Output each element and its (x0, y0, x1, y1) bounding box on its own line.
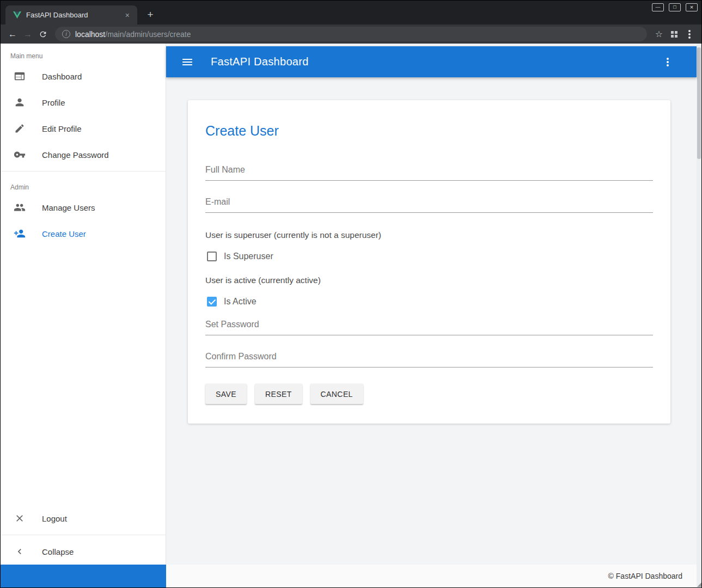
sidebar-item-logout[interactable]: Logout (1, 505, 166, 531)
confirm-password-input[interactable] (205, 352, 653, 367)
chevron-left-icon (14, 546, 26, 558)
email-field (205, 197, 653, 213)
dashboard-icon (14, 70, 26, 82)
copyright-text: © FastAPI Dashboard (608, 572, 682, 580)
sidebar: Main menu Dashboard Profile Edit Profile (1, 44, 166, 587)
superuser-check-row: Is Superuser (205, 252, 653, 261)
close-window-button[interactable]: × (686, 3, 698, 11)
pencil-icon (14, 122, 26, 134)
sidebar-divider (1, 171, 166, 171)
forward-icon[interactable]: → (20, 27, 35, 42)
browser-toolbar: ← → i localhost/main/admin/users/create … (1, 24, 701, 44)
minimize-button[interactable]: — (652, 3, 664, 11)
active-hint: User is active (currently active) (205, 274, 653, 286)
maximize-button[interactable]: □ (669, 3, 681, 11)
sidebar-item-dashboard[interactable]: Dashboard (1, 63, 166, 89)
is-superuser-label[interactable]: Is Superuser (224, 252, 273, 261)
full-name-field (205, 165, 653, 181)
sidebar-item-edit-profile[interactable]: Edit Profile (1, 115, 166, 142)
key-icon (14, 149, 26, 161)
save-button[interactable]: SAVE (205, 384, 247, 404)
sidebar-item-collapse[interactable]: Collapse (1, 538, 166, 565)
confirm-password-field (205, 352, 653, 367)
browser-tab[interactable]: FastAPI Dashboard × (5, 5, 137, 24)
is-superuser-checkbox[interactable] (207, 252, 217, 261)
footer: © FastAPI Dashboard (166, 565, 697, 587)
set-password-field (205, 320, 653, 335)
content-area: Create User User is superuser (currently… (166, 77, 697, 565)
sidebar-divider (1, 535, 166, 535)
page-title: Create User (205, 123, 653, 139)
tab-close-icon[interactable]: × (123, 10, 132, 20)
sidebar-item-create-user[interactable]: Create User (1, 220, 166, 247)
browser-window: FastAPI Dashboard × + — □ × ← → i localh… (0, 0, 702, 588)
active-check-row: Is Active (205, 297, 653, 307)
browser-menu-icon[interactable] (682, 27, 697, 42)
main-area: FastAPI Dashboard Create User User is su… (166, 44, 697, 587)
sidebar-section-main-menu: Main menu (1, 44, 166, 63)
set-password-input[interactable] (205, 320, 653, 335)
appbar-menu-icon[interactable] (661, 55, 675, 69)
reload-icon[interactable] (35, 27, 51, 42)
url-text: localhost/main/admin/users/create (75, 30, 191, 39)
superuser-hint: User is superuser (currently is not a su… (205, 229, 653, 241)
reset-button[interactable]: RESET (255, 384, 302, 404)
sidebar-footer-accent (1, 565, 166, 587)
page: Main menu Dashboard Profile Edit Profile (1, 44, 701, 587)
vue-favicon-icon (13, 11, 21, 19)
url-path: /main/admin/users/create (105, 30, 191, 39)
sidebar-item-change-password[interactable]: Change Password (1, 142, 166, 168)
close-icon (14, 512, 26, 524)
hamburger-menu-icon[interactable] (180, 55, 194, 69)
sidebar-spacer (1, 247, 166, 505)
resize-grip[interactable] (697, 583, 701, 587)
bookmark-star-icon[interactable]: ☆ (651, 27, 667, 42)
page-scrollbar[interactable] (697, 44, 701, 587)
sidebar-item-manage-users[interactable]: Manage Users (1, 194, 166, 220)
browser-titlebar: FastAPI Dashboard × + — □ × (1, 1, 701, 24)
extensions-icon[interactable] (667, 27, 682, 42)
full-name-input[interactable] (205, 165, 653, 181)
person-icon (14, 96, 26, 108)
people-icon (14, 201, 26, 213)
site-info-icon[interactable]: i (62, 30, 70, 38)
is-active-label[interactable]: Is Active (224, 297, 257, 307)
person-add-icon (14, 228, 26, 240)
window-controls: — □ × (647, 3, 698, 11)
appbar-title: FastAPI Dashboard (211, 56, 309, 68)
is-active-checkbox[interactable] (207, 297, 217, 307)
url-host: localhost (75, 30, 105, 39)
email-input[interactable] (205, 197, 653, 213)
new-tab-button[interactable]: + (143, 8, 157, 22)
tab-title: FastAPI Dashboard (26, 11, 118, 19)
sidebar-item-profile[interactable]: Profile (1, 89, 166, 115)
address-bar[interactable]: i localhost/main/admin/users/create (55, 27, 647, 41)
sidebar-section-admin: Admin (1, 175, 166, 194)
back-icon[interactable]: ← (5, 27, 20, 42)
create-user-card: Create User User is superuser (currently… (188, 100, 670, 424)
appbar: FastAPI Dashboard (166, 46, 697, 77)
form-actions: SAVE RESET CANCEL (205, 384, 653, 404)
cancel-button[interactable]: CANCEL (310, 384, 363, 404)
scrollbar-thumb[interactable] (697, 47, 701, 159)
